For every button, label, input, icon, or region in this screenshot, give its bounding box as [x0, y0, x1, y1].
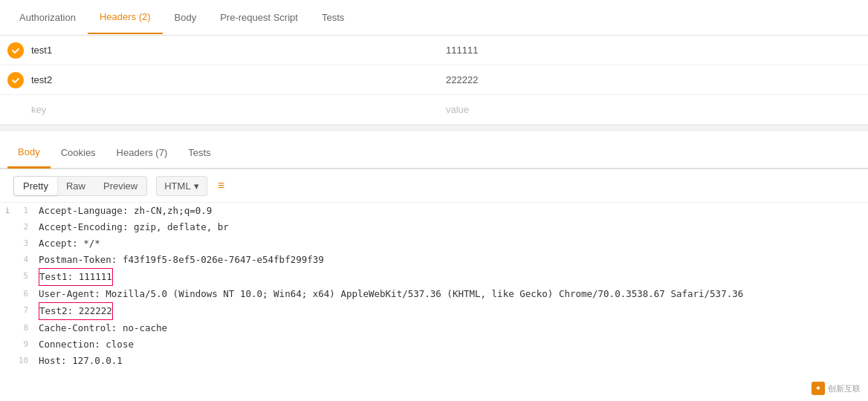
line-content-2: Accept-Encoding: gzip, deflate, br [36, 219, 229, 235]
line-number-5: 5 [15, 268, 36, 286]
check-icon-2[interactable] [7, 72, 24, 88]
preview-button[interactable]: Preview [94, 177, 146, 195]
tab-response-tests[interactable]: Tests [178, 138, 221, 167]
code-line-9: 9Connection: close [0, 336, 868, 353]
line-number-6: 6 [15, 286, 36, 302]
line-number-10: 10 [15, 353, 36, 366]
format-type-button[interactable]: HTML ▾ [157, 177, 206, 195]
line-content-6: User-Agent: Mozilla/5.0 (Windows NT 10.0… [36, 286, 743, 302]
line-info-2 [0, 219, 15, 235]
watermark-logo: ✦ [812, 382, 825, 395]
line-number-9: 9 [15, 336, 36, 353]
header-row-1: test1 111111 [0, 36, 868, 65]
line-number-2: 2 [15, 219, 36, 235]
code-line-5: 5Test1: 111111 [0, 268, 868, 286]
check-icon-1[interactable] [7, 42, 24, 59]
watermark-text: 创新互联 [828, 383, 861, 394]
response-tab-bar: Body Cookies Headers (7) Tests [0, 137, 868, 169]
watermark: ✦ 创新互联 [812, 382, 861, 395]
tab-authorization[interactable]: Authorization [7, 1, 88, 33]
header-row-placeholder: key value [0, 95, 868, 125]
view-mode-group: Pretty Raw Preview [13, 176, 147, 196]
tab-tests[interactable]: Tests [310, 1, 356, 33]
tab-body[interactable]: Body [163, 1, 209, 33]
header-row-2: test2 222222 [0, 65, 868, 95]
request-headers-section: test1 111111 test2 222222 key value [0, 36, 868, 125]
line-content-10: Host: 127.0.0.1 [36, 353, 123, 366]
code-line-7: 7Test2: 222222 [0, 302, 868, 320]
wrap-button[interactable]: ≡ [210, 175, 232, 196]
header-value-placeholder[interactable]: value [438, 98, 861, 121]
pretty-button[interactable]: Pretty [14, 177, 57, 195]
tab-pre-request-script[interactable]: Pre-request Script [208, 1, 310, 33]
chevron-down-icon: ▾ [194, 180, 199, 192]
top-tab-bar: Authorization Headers (2) Body Pre-reque… [0, 0, 868, 36]
code-lines: i1Accept-Language: zh-CN,zh;q=0.92Accept… [0, 203, 868, 366]
line-info-5 [0, 268, 15, 286]
section-divider [0, 125, 868, 131]
format-type-label: HTML [164, 180, 190, 192]
code-line-4: 4Postman-Token: f43f19f5-8ef5-026e-7647-… [0, 252, 868, 268]
line-content-3: Accept: */* [36, 235, 100, 252]
header-key-placeholder[interactable]: key [31, 98, 438, 121]
tab-headers[interactable]: Headers (2) [88, 1, 163, 34]
header-key-1[interactable]: test1 [31, 39, 438, 62]
code-area[interactable]: i1Accept-Language: zh-CN,zh;q=0.92Accept… [0, 203, 868, 366]
line-content-1: Accept-Language: zh-CN,zh;q=0.9 [36, 203, 212, 219]
response-section: Body Cookies Headers (7) Tests Pretty Ra… [0, 137, 868, 366]
format-type-group: HTML ▾ [156, 176, 207, 196]
line-number-8: 8 [15, 320, 36, 336]
code-line-6: 6User-Agent: Mozilla/5.0 (Windows NT 10.… [0, 286, 868, 302]
line-number-4: 4 [15, 252, 36, 268]
tab-response-body[interactable]: Body [7, 137, 51, 169]
line-info-6 [0, 286, 15, 302]
tab-response-headers[interactable]: Headers (7) [106, 138, 178, 167]
raw-button[interactable]: Raw [57, 177, 94, 195]
code-line-3: 3Accept: */* [0, 235, 868, 252]
line-info-8 [0, 320, 15, 336]
line-number-7: 7 [15, 302, 36, 320]
tab-response-cookies[interactable]: Cookies [51, 138, 106, 167]
line-content-5: Test1: 111111 [36, 268, 113, 286]
line-info-7 [0, 302, 15, 320]
code-line-2: 2Accept-Encoding: gzip, deflate, br [0, 219, 868, 235]
line-info-1: i [0, 203, 15, 219]
code-line-1: i1Accept-Language: zh-CN,zh;q=0.9 [0, 203, 868, 219]
header-key-2[interactable]: test2 [31, 68, 438, 91]
line-content-7: Test2: 222222 [36, 302, 113, 320]
line-info-4 [0, 252, 15, 268]
line-content-4: Postman-Token: f43f19f5-8ef5-026e-7647-e… [36, 252, 324, 268]
line-content-8: Cache-Control: no-cache [36, 320, 167, 336]
format-bar: Pretty Raw Preview HTML ▾ ≡ [0, 169, 868, 203]
line-number-3: 3 [15, 235, 36, 252]
code-line-10: 10Host: 127.0.0.1 [0, 353, 868, 366]
line-info-3 [0, 235, 15, 252]
line-content-9: Connection: close [36, 336, 134, 353]
code-line-8: 8Cache-Control: no-cache [0, 320, 868, 336]
line-info-10 [0, 353, 15, 366]
line-info-9 [0, 336, 15, 353]
header-value-1[interactable]: 111111 [438, 39, 861, 62]
line-number-1: 1 [15, 203, 36, 219]
header-value-2[interactable]: 222222 [438, 68, 861, 91]
